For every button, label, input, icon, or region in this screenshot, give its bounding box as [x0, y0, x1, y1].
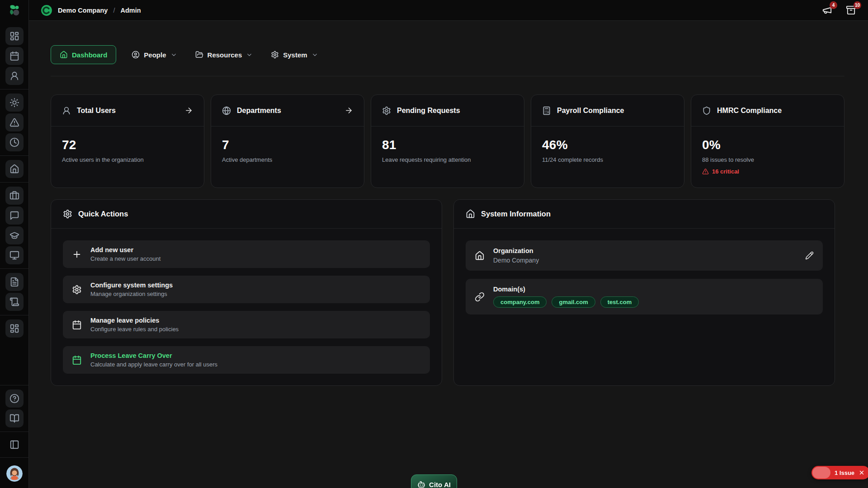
- tab-label: People: [144, 51, 166, 59]
- domain-pill: test.com: [600, 296, 639, 308]
- divider: [0, 432, 28, 432]
- sidebar-item-payroll[interactable]: [5, 293, 24, 311]
- sidebar-item-learning[interactable]: [5, 226, 24, 244]
- action-manage-leave-policies[interactable]: Manage leave policies Configure leave ru…: [63, 311, 430, 338]
- tab-label: Resources: [208, 51, 242, 59]
- sidebar-item-time[interactable]: [5, 133, 24, 151]
- sidebar-item-docs[interactable]: [5, 409, 24, 427]
- critical-issues-alert: 16 critical: [702, 168, 833, 175]
- stat-description: 11/24 complete records: [542, 156, 673, 163]
- stat-card-title: Total Users: [77, 107, 116, 115]
- divider: [0, 385, 28, 385]
- topbar-actions: 4 10: [822, 5, 856, 15]
- stat-card-title: Departments: [237, 107, 281, 115]
- breadcrumb-company[interactable]: Demo Company: [58, 7, 108, 14]
- sidebar-item-alerts[interactable]: [5, 113, 24, 131]
- topbar: Demo Company / Admin 4 10: [29, 0, 868, 21]
- arrow-right-icon: [184, 106, 193, 115]
- sidebar-item-devices[interactable]: [5, 246, 24, 264]
- organization-value: Demo Company: [493, 257, 539, 264]
- user-avatar[interactable]: [6, 465, 23, 482]
- sidebar-item-workspace[interactable]: [5, 187, 24, 205]
- action-configure-system-settings[interactable]: Configure system settings Manage organiz…: [63, 276, 430, 303]
- action-title: Manage leave policies: [90, 317, 179, 324]
- company-logo-icon: [41, 5, 52, 16]
- stat-value: 7: [222, 138, 353, 152]
- domain-pills: company.com gmail.com test.com: [493, 296, 639, 308]
- issue-indicator-dot: [812, 467, 830, 479]
- action-text: Configure system settings Manage organiz…: [90, 282, 173, 297]
- issue-notification-pill[interactable]: 1 Issue: [811, 466, 868, 479]
- circle-user-icon: [132, 51, 140, 59]
- action-add-new-user[interactable]: Add new user Create a new user account: [63, 240, 430, 268]
- tab-system[interactable]: System: [268, 46, 321, 64]
- app-root: Demo Company / Admin 4 10 Das: [0, 0, 868, 488]
- domains-label: Domain(s): [493, 286, 639, 293]
- system-information-header: System Information: [454, 200, 835, 229]
- gear-icon: [63, 209, 72, 219]
- sidebar-item-people[interactable]: [5, 67, 24, 85]
- globe-icon: [222, 106, 231, 115]
- action-description: Create a new user account: [90, 255, 160, 262]
- breadcrumb-separator: /: [113, 7, 115, 14]
- quick-actions-body: Add new user Create a new user account C…: [51, 229, 442, 385]
- action-text: Manage leave policies Configure leave ru…: [90, 317, 179, 333]
- stat-card-payroll-compliance: Payroll Compliance 46% 11/24 complete re…: [531, 94, 684, 188]
- cito-ai-label: Cito AI: [429, 481, 451, 488]
- stat-card-header: Total Users: [51, 95, 204, 127]
- main-column: Demo Company / Admin 4 10 Das: [29, 0, 868, 488]
- sidebar-item-messages[interactable]: [5, 206, 24, 225]
- sidebar: [0, 0, 29, 488]
- stat-value: 46%: [542, 138, 673, 152]
- tab-dashboard[interactable]: Dashboard: [51, 45, 116, 64]
- announcements-button[interactable]: 4: [822, 5, 832, 15]
- action-process-leave-carry-over[interactable]: Process Leave Carry Over Calculate and a…: [63, 346, 430, 374]
- sidebar-item-calendar[interactable]: [5, 47, 24, 65]
- sidebar-item-home[interactable]: [5, 160, 24, 178]
- system-information-panel: System Information Organization Demo Com…: [453, 199, 835, 386]
- cito-ai-button[interactable]: Cito AI: [411, 474, 457, 488]
- quick-actions-panel: Quick Actions Add new user Create a new …: [51, 199, 442, 386]
- total-users-link[interactable]: [184, 106, 193, 115]
- sidebar-item-apps[interactable]: [5, 319, 24, 338]
- robot-icon: [417, 480, 425, 488]
- link-icon: [475, 292, 485, 302]
- home-icon: [466, 209, 475, 219]
- tab-resources[interactable]: Resources: [193, 46, 256, 64]
- breadcrumb: Demo Company / Admin: [41, 5, 141, 16]
- divider: [0, 315, 28, 315]
- graduation-cap-icon: [9, 230, 19, 240]
- sidebar-item-help[interactable]: [5, 389, 24, 408]
- domain-pill: gmail.com: [552, 296, 595, 308]
- organization-text: Organization Demo Company: [493, 247, 539, 264]
- gear-icon: [382, 106, 391, 115]
- organization-row: Organization Demo Company: [466, 240, 823, 271]
- inbox-badge: 10: [854, 1, 861, 9]
- stat-value: 72: [62, 138, 193, 152]
- stat-value: 0%: [702, 138, 833, 152]
- app-logo[interactable]: [0, 0, 28, 21]
- stat-card-pending-requests: Pending Requests 81 Leave requests requi…: [371, 94, 524, 188]
- sidebar-item-appearance[interactable]: [5, 94, 24, 112]
- tab-people[interactable]: People: [129, 46, 179, 64]
- book-open-icon: [9, 413, 19, 423]
- calendar-icon: [72, 320, 82, 330]
- stat-card-title: HMRC Compliance: [717, 107, 782, 115]
- divider: [0, 457, 28, 458]
- inbox-button[interactable]: 10: [846, 5, 856, 15]
- plus-icon: [72, 249, 82, 259]
- sidebar-item-documents[interactable]: [5, 273, 24, 291]
- chevron-down-icon: [246, 52, 253, 58]
- chat-icon: [9, 211, 19, 221]
- close-icon[interactable]: [859, 469, 865, 476]
- panel-title: Quick Actions: [78, 210, 128, 218]
- sidebar-collapse-toggle[interactable]: [7, 437, 22, 452]
- sidebar-item-dashboard[interactable]: [5, 27, 24, 45]
- stat-value: 81: [382, 138, 513, 152]
- alert-triangle-icon: [9, 117, 19, 127]
- departments-link[interactable]: [344, 106, 353, 115]
- stat-card-header: Payroll Compliance: [531, 95, 684, 127]
- home-icon: [475, 251, 485, 261]
- divider: [0, 155, 28, 156]
- edit-organization-button[interactable]: [805, 251, 814, 260]
